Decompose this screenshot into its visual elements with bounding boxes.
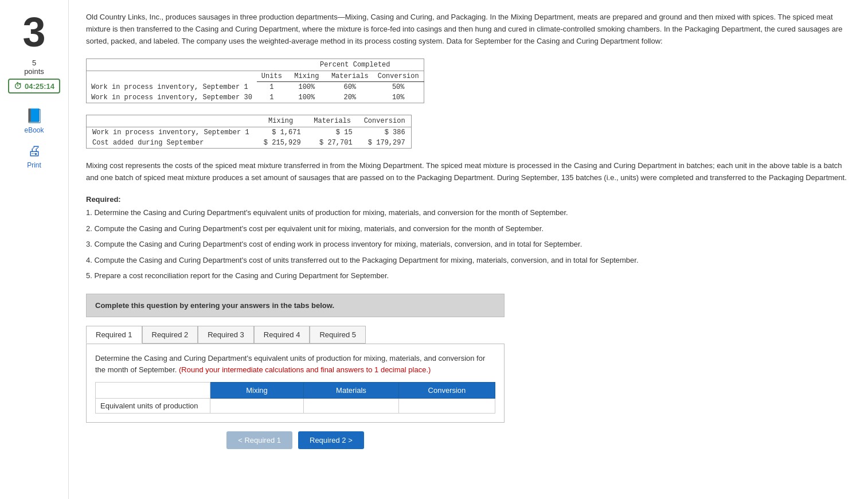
problem-text: Old Country Links, Inc., produces sausag… bbox=[86, 11, 851, 47]
print-label: Print bbox=[27, 161, 41, 169]
answer-table: Mixing Materials Conversion Equivalent u… bbox=[95, 382, 495, 414]
cost-data-table: Mixing Materials Conversion Work in proc… bbox=[86, 115, 412, 149]
tab-required-4[interactable]: Required 4 bbox=[254, 326, 310, 344]
materials-input-cell[interactable] bbox=[304, 399, 399, 414]
nav-buttons: < Required 1 Required 2 > bbox=[86, 431, 505, 449]
ebook-icon: 📘 bbox=[26, 108, 43, 124]
tab-required-1[interactable]: Required 1 bbox=[86, 326, 142, 344]
prev-button[interactable]: < Required 1 bbox=[226, 431, 292, 449]
required-section: Required: 1. Determine the Casing and Cu… bbox=[86, 193, 851, 282]
materials-input[interactable] bbox=[304, 399, 398, 413]
conversion-input[interactable] bbox=[399, 399, 495, 413]
points-value: 5 points bbox=[24, 59, 44, 76]
cost-mixing-header: Mixing bbox=[255, 115, 307, 127]
sidebar: 3 5 points ⏱ 04:25:14 📘 eBook 🖨 Print bbox=[0, 0, 69, 499]
question-number: 3 bbox=[22, 11, 45, 53]
units-col-header: Units bbox=[257, 71, 287, 82]
cost-conversion-header: Conversion bbox=[358, 115, 412, 127]
tab-required-3[interactable]: Required 3 bbox=[198, 326, 254, 344]
tab-required-5[interactable]: Required 5 bbox=[310, 326, 366, 344]
next-button[interactable]: Required 2 > bbox=[298, 431, 364, 449]
answer-row-label: Equivalent units of production bbox=[96, 399, 210, 414]
cost-materials-header: Materials bbox=[307, 115, 358, 127]
conversion-input-cell[interactable] bbox=[398, 399, 495, 414]
ebook-label: eBook bbox=[24, 126, 44, 134]
materials-col-header: Materials bbox=[327, 71, 373, 82]
tab-content-area: Determine the Casing and Curing Departme… bbox=[86, 344, 505, 423]
tabs-container: Required 1 Required 2 Required 3 Require… bbox=[86, 326, 505, 344]
complete-box: Complete this question by entering your … bbox=[86, 294, 505, 317]
timer-icon: ⏱ bbox=[14, 81, 22, 91]
main-content: Old Country Links, Inc., produces sausag… bbox=[69, 0, 868, 499]
answer-col-mixing: Mixing bbox=[210, 383, 304, 399]
mixing-input[interactable] bbox=[210, 399, 303, 413]
print-icon: 🖨 bbox=[28, 143, 41, 159]
timer-value: 04:25:14 bbox=[25, 82, 54, 91]
ebook-button[interactable]: 📘 eBook bbox=[24, 108, 44, 134]
mixing-col-header: Mixing bbox=[287, 71, 327, 82]
tab-instruction: Determine the Casing and Curing Departme… bbox=[95, 353, 495, 375]
answer-col-materials: Materials bbox=[304, 383, 399, 399]
percent-completed-header: Percent Completed bbox=[287, 59, 424, 71]
mixing-input-cell[interactable] bbox=[210, 399, 304, 414]
explanation-text: Mixing cost represents the costs of the … bbox=[86, 160, 851, 184]
instruction-note: (Round your intermediate calculations an… bbox=[179, 365, 431, 374]
timer-badge: ⏱ 04:25:14 bbox=[8, 79, 60, 93]
tab-required-2[interactable]: Required 2 bbox=[142, 326, 198, 344]
percent-completed-table: Percent Completed Units Mixing Materials… bbox=[86, 59, 424, 103]
required-items: 1. Determine the Casing and Curing Depar… bbox=[86, 206, 851, 282]
print-button[interactable]: 🖨 Print bbox=[27, 143, 41, 169]
required-header: Required: bbox=[86, 195, 121, 204]
answer-col-conversion: Conversion bbox=[398, 383, 495, 399]
conversion-col-header: Conversion bbox=[373, 71, 424, 82]
